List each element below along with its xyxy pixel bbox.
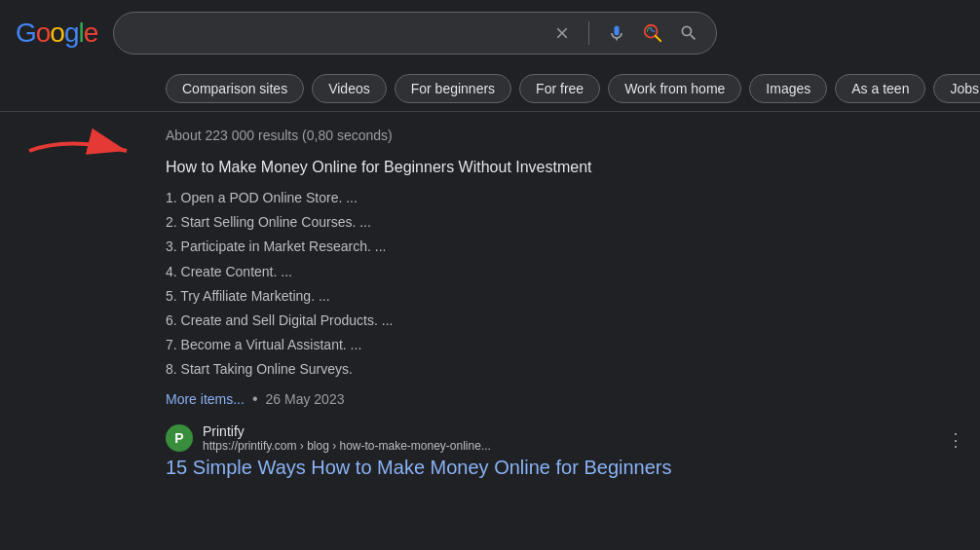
list-item: 5. Try Affiliate Marketing. ... <box>166 284 964 309</box>
chip-comparison-sites[interactable]: Comparison sites <box>166 74 304 103</box>
second-result-title[interactable]: 15 Simple Ways How to Make Money Online … <box>166 457 964 479</box>
search-bar[interactable]: allintitle: how to make money online <box>113 12 717 55</box>
site-info-row: P Printify https://printify.com › blog ›… <box>166 423 964 457</box>
search-button[interactable] <box>677 21 700 45</box>
lens-button[interactable] <box>640 20 665 46</box>
site-url: https://printify.com › blog › how-to-mak… <box>203 439 491 453</box>
chip-for-free[interactable]: For free <box>519 74 600 103</box>
search-divider <box>588 21 589 45</box>
chip-images[interactable]: Images <box>749 74 827 103</box>
result-date: 26 May 2023 <box>266 391 345 407</box>
site-favicon: P <box>166 424 193 452</box>
lens-icon <box>642 22 663 44</box>
filter-bar: Comparison sites Videos For beginners Fo… <box>0 66 980 112</box>
more-options-icon[interactable]: ⋮ <box>947 429 964 451</box>
first-result-title: How to Make Money Online for Beginners W… <box>166 159 964 176</box>
logo-g: G <box>16 18 36 48</box>
site-meta: Printify https://printify.com › blog › h… <box>203 423 491 453</box>
svg-line-2 <box>656 36 661 42</box>
search-icons <box>551 20 700 46</box>
google-logo: Google <box>16 18 97 49</box>
result-separator: • <box>252 390 258 408</box>
site-name: Printify <box>203 423 491 439</box>
favicon-letter: P <box>174 430 183 446</box>
more-items-link[interactable]: More items... <box>166 391 245 407</box>
list-item: 8. Start Taking Online Surveys. <box>166 357 964 382</box>
logo-e: e <box>84 18 98 48</box>
results-count: About 223 000 results (0,80 seconds) <box>166 128 964 143</box>
mic-icon <box>607 23 626 43</box>
first-result: How to Make Money Online for Beginners W… <box>166 159 964 408</box>
chip-jobs[interactable]: Jobs <box>933 74 980 103</box>
header: Google allintitle: how to make money onl… <box>0 0 980 66</box>
list-item: 3. Participate in Market Research. ... <box>166 235 964 259</box>
site-info: P Printify https://printify.com › blog ›… <box>166 423 491 453</box>
clear-button[interactable] <box>551 22 573 44</box>
second-result: P Printify https://printify.com › blog ›… <box>166 423 964 479</box>
chip-as-a-teen[interactable]: As a teen <box>835 74 925 103</box>
logo-o2: o <box>50 18 64 48</box>
search-icon <box>679 23 698 43</box>
logo-o1: o <box>36 18 51 48</box>
list-item: 2. Start Selling Online Courses. ... <box>166 210 964 235</box>
chip-for-beginners[interactable]: For beginners <box>395 74 511 103</box>
search-input[interactable]: allintitle: how to make money online <box>130 24 544 42</box>
result-list: 1. Open a POD Online Store. ... 2. Start… <box>166 186 964 383</box>
chip-work-from-home[interactable]: Work from home <box>608 74 741 103</box>
result-footer: More items... • 26 May 2023 <box>166 390 964 408</box>
list-item: 7. Become a Virtual Assistant. ... <box>166 333 964 357</box>
logo-g2: g <box>64 18 79 48</box>
main-content: About 223 000 results (0,80 seconds) How… <box>0 112 980 487</box>
mic-button[interactable] <box>605 21 628 45</box>
list-item: 6. Create and Sell Digital Products. ... <box>166 309 964 333</box>
list-item: 4. Create Content. ... <box>166 260 964 284</box>
close-icon <box>553 24 571 42</box>
chip-videos[interactable]: Videos <box>312 74 387 103</box>
list-item: 1. Open a POD Online Store. ... <box>166 186 964 210</box>
